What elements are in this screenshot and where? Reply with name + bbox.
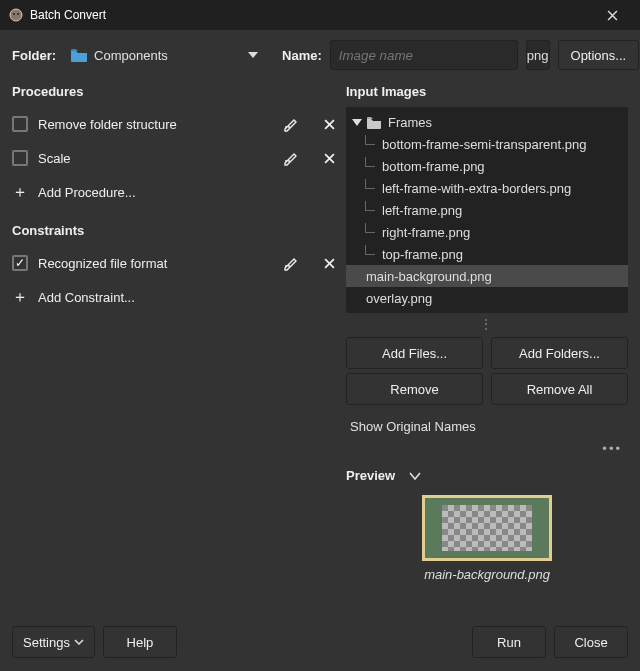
constraint-row: Recognized file format — [12, 246, 342, 280]
procedures-title: Procedures — [12, 84, 342, 99]
name-input[interactable] — [330, 40, 518, 70]
run-button[interactable]: Run — [472, 626, 546, 658]
add-procedure-label: Add Procedure... — [38, 185, 136, 200]
settings-button[interactable]: Settings — [12, 626, 95, 658]
window-title: Batch Convert — [30, 8, 106, 22]
app-icon — [8, 7, 24, 23]
svg-point-0 — [10, 9, 22, 21]
checker-pattern — [442, 505, 532, 551]
folder-value: Components — [94, 48, 168, 63]
tree-item[interactable]: left-frame.png — [346, 199, 628, 221]
procedure-row: Remove folder structure — [12, 107, 342, 141]
show-original-names-row: Show Original Names — [346, 411, 628, 441]
tree-item[interactable]: left-frame-with-extra-borders.png — [346, 177, 628, 199]
add-files-button[interactable]: Add Files... — [346, 337, 483, 369]
add-procedure-button[interactable]: ＋ Add Procedure... — [12, 175, 342, 209]
remove-folder-structure-checkbox[interactable] — [12, 116, 28, 132]
constraints-title: Constraints — [12, 223, 342, 238]
remove-button[interactable]: Remove — [346, 373, 483, 405]
remove-icon[interactable] — [320, 149, 338, 167]
preview-thumbnail[interactable] — [422, 495, 552, 561]
resize-grip[interactable]: ⋮ — [346, 313, 628, 333]
more-options-icon[interactable]: ••• — [346, 441, 628, 456]
extension-box[interactable]: png — [526, 40, 550, 70]
name-label: Name: — [282, 48, 322, 63]
options-button[interactable]: Options... — [558, 40, 640, 70]
preview-area: main-background.png — [346, 495, 628, 582]
remove-icon[interactable] — [320, 254, 338, 272]
remove-all-button[interactable]: Remove All — [491, 373, 628, 405]
edit-icon[interactable] — [282, 254, 300, 272]
folder-label: Folder: — [12, 48, 56, 63]
preview-title: Preview — [346, 468, 395, 483]
edit-icon[interactable] — [282, 149, 300, 167]
preview-collapse-icon[interactable] — [409, 472, 421, 480]
right-column: Input Images Frames bottom-frame-semi-tr… — [346, 80, 628, 582]
procedure-label: Remove folder structure — [38, 117, 282, 132]
titlebar: Batch Convert — [0, 0, 640, 30]
top-row: Folder: Components Name: png Options... — [0, 30, 640, 80]
input-images-tree[interactable]: Frames bottom-frame-semi-transparent.png… — [346, 107, 628, 313]
scale-checkbox[interactable] — [12, 150, 28, 166]
tree-item[interactable]: right-frame.png — [346, 221, 628, 243]
left-column: Procedures Remove folder structure Scale — [12, 80, 342, 582]
tree-item[interactable]: overlay.png — [346, 287, 628, 309]
settings-label: Settings — [23, 635, 70, 650]
tree-item[interactable]: main-background.png — [346, 265, 628, 287]
close-button[interactable]: Close — [554, 626, 628, 658]
preview-caption: main-background.png — [424, 567, 550, 582]
add-constraint-label: Add Constraint... — [38, 290, 135, 305]
folder-icon — [366, 116, 382, 129]
procedure-label: Scale — [38, 151, 282, 166]
recognized-file-format-checkbox[interactable] — [12, 255, 28, 271]
svg-point-2 — [17, 13, 19, 15]
tree-folder-label: Frames — [388, 115, 432, 130]
tree-item[interactable]: bottom-frame-semi-transparent.png — [346, 133, 628, 155]
window-close-button[interactable] — [592, 0, 632, 30]
plus-icon: ＋ — [12, 287, 28, 308]
tree-item[interactable]: top-frame.png — [346, 243, 628, 265]
folder-icon — [70, 48, 88, 62]
tree-folder-row[interactable]: Frames — [346, 111, 628, 133]
tree-item[interactable]: bottom-frame.png — [346, 155, 628, 177]
collapse-icon[interactable] — [352, 117, 362, 127]
add-folders-button[interactable]: Add Folders... — [491, 337, 628, 369]
chevron-down-icon — [248, 52, 258, 58]
input-images-title: Input Images — [346, 84, 628, 99]
plus-icon: ＋ — [12, 182, 28, 203]
add-constraint-button[interactable]: ＋ Add Constraint... — [12, 280, 342, 314]
procedure-row: Scale — [12, 141, 342, 175]
constraint-label: Recognized file format — [38, 256, 282, 271]
show-original-names-label: Show Original Names — [350, 419, 476, 434]
help-button[interactable]: Help — [103, 626, 177, 658]
remove-icon[interactable] — [320, 115, 338, 133]
footer: Settings Help Run Close — [0, 613, 640, 671]
chevron-down-icon — [74, 639, 84, 645]
folder-dropdown[interactable]: Components — [64, 40, 264, 70]
svg-point-1 — [13, 13, 15, 15]
edit-icon[interactable] — [282, 115, 300, 133]
